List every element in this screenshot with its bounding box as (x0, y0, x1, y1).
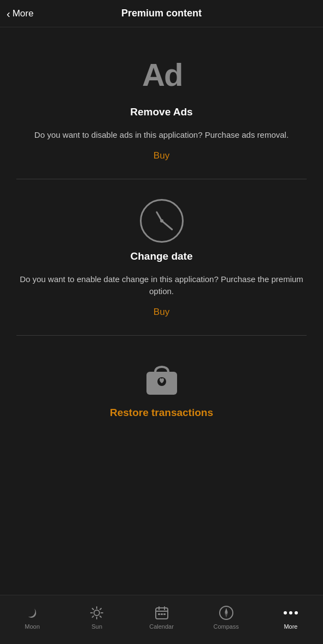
calendar-tab-label: Calendar (149, 623, 174, 630)
more-icon (283, 605, 299, 621)
svg-line-9 (100, 616, 101, 617)
moon-icon (24, 605, 40, 621)
main-content: Ad Remove Ads Do you want to disable ads… (0, 27, 323, 592)
ad-icon: Ad (137, 49, 186, 98)
svg-rect-18 (163, 613, 166, 615)
svg-point-22 (225, 612, 227, 614)
svg-line-11 (92, 616, 93, 617)
calendar-icon (154, 605, 170, 621)
remove-ads-title: Remove Ads (130, 106, 192, 118)
tab-moon[interactable]: Moon (0, 605, 64, 630)
svg-rect-16 (158, 613, 160, 615)
change-date-desc: Do you want to enable date change in thi… (16, 273, 307, 298)
three-dots-icon (284, 609, 298, 617)
remove-ads-desc: Do you want to disable ads in this appli… (34, 129, 289, 142)
page-title: Premium content (121, 8, 202, 19)
divider-1 (16, 179, 307, 179)
svg-line-8 (92, 608, 93, 609)
tab-compass[interactable]: Compass (194, 605, 259, 630)
remove-ads-section: Ad Remove Ads Do you want to disable ads… (16, 49, 307, 179)
change-date-title: Change date (130, 250, 192, 262)
bag-icon (142, 358, 181, 397)
back-chevron-icon: ‹ (7, 8, 10, 19)
back-label: More (13, 8, 34, 19)
sun-tab-label: Sun (92, 623, 103, 630)
clock-center-dot (160, 219, 163, 223)
tab-calendar[interactable]: Calendar (129, 605, 193, 630)
clock-icon (140, 199, 184, 243)
moon-tab-label: Moon (25, 623, 40, 630)
svg-rect-17 (161, 613, 163, 615)
divider-2 (16, 335, 307, 336)
tab-more[interactable]: More (259, 605, 323, 630)
tab-bar: Moon Sun (0, 595, 323, 644)
svg-point-3 (94, 610, 99, 616)
change-date-section: Change date Do you want to enable date c… (16, 199, 307, 335)
svg-text:Ad: Ad (142, 57, 182, 92)
restore-transactions-button[interactable]: Restore transactions (110, 407, 213, 419)
remove-ads-buy-button[interactable]: Buy (154, 150, 169, 161)
compass-tab-label: Compass (213, 623, 238, 630)
tab-sun[interactable]: Sun (64, 605, 129, 630)
restore-transactions-section: Restore transactions (16, 355, 307, 436)
back-button[interactable]: ‹ More (7, 8, 33, 19)
sun-icon (89, 605, 105, 621)
clock-icon-container (140, 199, 184, 243)
bag-icon-container (140, 355, 184, 399)
change-date-buy-button[interactable]: Buy (154, 307, 169, 318)
more-tab-label: More (284, 623, 297, 630)
header: ‹ More Premium content (0, 0, 323, 27)
svg-line-10 (100, 608, 101, 609)
compass-icon (218, 605, 234, 621)
